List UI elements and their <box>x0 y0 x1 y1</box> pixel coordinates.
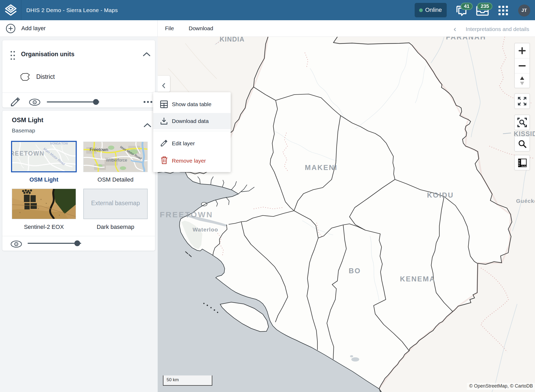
svg-text:FARANAH: FARANAH <box>446 37 486 41</box>
svg-text:Freetown: Freetown <box>90 147 108 152</box>
svg-text:KOIDU: KOIDU <box>427 191 454 199</box>
svg-text:KINDIA: KINDIA <box>220 37 245 43</box>
svg-text:MAKENI: MAKENI <box>305 164 338 172</box>
svg-text:FREETOWN: FREETOWN <box>160 210 213 219</box>
svg-text:KENEMA: KENEMA <box>400 275 435 283</box>
svg-text:BONGA TOW: BONGA TOW <box>50 142 68 145</box>
svg-text:Guéckéd: Guéckéd <box>516 198 535 204</box>
svg-text:REETOWN: REETOWN <box>12 150 44 157</box>
svg-text:Waterloo: Waterloo <box>193 226 218 233</box>
svg-text:BO: BO <box>349 267 361 275</box>
svg-text:Wilberforce: Wilberforce <box>106 158 127 162</box>
